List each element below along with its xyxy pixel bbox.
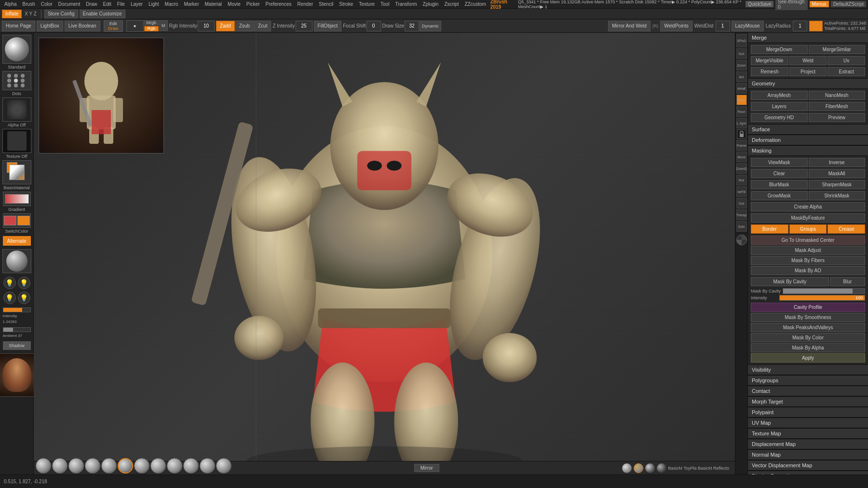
sharpen-mask-btn[interactable]: SharpenMask xyxy=(809,180,866,189)
normal-map-header[interactable]: Normal Map xyxy=(748,450,868,460)
weld-dist-val[interactable]: 1 xyxy=(716,21,730,31)
focal-val[interactable]: 0 xyxy=(366,21,381,31)
light-icon-1[interactable]: 💡 xyxy=(3,277,16,289)
actual-btn[interactable]: Act xyxy=(736,71,747,82)
merge-similar-btn[interactable]: MergeSimilar xyxy=(809,45,866,54)
light-icon-4[interactable]: 💡 xyxy=(18,292,30,304)
lightbox-btn[interactable]: LightBox xyxy=(37,21,63,31)
dynamic-btn[interactable]: Dynamic xyxy=(420,21,441,31)
enable-customize-btn[interactable]: Enable Customize xyxy=(80,10,125,18)
menu-item-draw[interactable]: Draw xyxy=(83,1,99,7)
gradient-item[interactable] xyxy=(3,192,31,206)
mat-sphere-2[interactable] xyxy=(634,463,643,473)
see-through-btn[interactable]: See-through 0 xyxy=(775,0,807,10)
shrink-mask-btn[interactable]: ShrinkMask xyxy=(809,191,866,200)
geometry-hd-btn[interactable]: Geometry HD xyxy=(751,113,808,122)
nano-mesh-btn[interactable]: NanoMesh xyxy=(809,91,866,100)
rgb-intensity-val[interactable]: 10 xyxy=(198,21,215,31)
texture-preview[interactable] xyxy=(2,129,31,153)
nav-wheel[interactable] xyxy=(736,235,747,245)
menus-btn[interactable]: Menus xyxy=(810,1,829,7)
mirror-btn[interactable]: Mirror xyxy=(414,464,439,472)
mask-all-btn[interactable]: MaskAll xyxy=(809,169,866,178)
preview-btn[interactable]: Preview xyxy=(809,113,866,122)
menu-item-document[interactable]: Document xyxy=(56,1,83,7)
draw-size-val[interactable]: 32 xyxy=(405,21,419,31)
lazy-mouse-btn[interactable]: LazyMouse xyxy=(732,21,764,31)
geometry-header[interactable]: Geometry xyxy=(748,79,868,89)
morph-target-header[interactable]: Morph Target xyxy=(748,397,868,407)
home-page-btn[interactable]: Home Page xyxy=(2,21,35,31)
m-btn[interactable]: M xyxy=(159,20,168,31)
menu-item-movie[interactable]: Movie xyxy=(225,1,243,7)
inverse-btn[interactable]: Inverse xyxy=(809,158,866,167)
mask-by-color-btn[interactable]: Mask By Color xyxy=(751,333,865,342)
zsub-btn[interactable]: Zsub xyxy=(235,21,254,31)
rgb-btn[interactable]: Rgb xyxy=(144,26,159,31)
shadow-btn[interactable]: Shadow xyxy=(3,341,31,350)
zcut-btn[interactable]: Zcut xyxy=(254,21,271,31)
mat-sphere-4[interactable] xyxy=(657,463,666,473)
uv-map-header[interactable]: UV Map xyxy=(748,418,868,428)
go-to-unmasked-btn[interactable]: Go To Unmasked Center xyxy=(751,236,865,245)
blur-cavity-btn[interactable]: Blur xyxy=(830,277,865,286)
alternate-btn[interactable]: Alternate xyxy=(3,236,31,246)
menu-item-zzcustom[interactable]: ZZcustom xyxy=(462,1,488,7)
contact-header[interactable]: Contact xyxy=(748,386,868,396)
lock-icon[interactable] xyxy=(737,129,746,139)
tool-move[interactable]: Move xyxy=(85,458,100,474)
spix3-btn[interactable]: SPix3 xyxy=(736,34,747,47)
menu-item-zscript[interactable]: Zscript xyxy=(442,1,461,7)
scroll-btn[interactable]: Scrl xyxy=(736,48,747,59)
tool-standa[interactable]: Standa xyxy=(36,458,51,474)
canvas-area[interactable]: Standa ClayTu Pinch Move hPolish xyxy=(34,33,735,474)
menu-item-transform[interactable]: Transform xyxy=(393,1,419,7)
ambient-slider[interactable] xyxy=(3,327,31,332)
alpha-preview[interactable] xyxy=(2,98,31,122)
menu-item-macro[interactable]: Macro xyxy=(163,1,181,7)
mask-peaks-valleys-btn[interactable]: Mask PeaksAndValleys xyxy=(751,323,865,332)
tool-claytu[interactable]: ClayTu xyxy=(52,458,68,474)
edit-draw-btn[interactable]: Edit Draw xyxy=(104,20,123,32)
zadd-btn[interactable]: Zadd xyxy=(216,21,235,31)
menu-item-preferences[interactable]: Preferences xyxy=(263,1,294,7)
menu-item-light[interactable]: Light xyxy=(146,1,162,7)
uv-btn[interactable]: Uv xyxy=(827,56,865,65)
mat-sphere-3[interactable] xyxy=(645,463,655,473)
mrgb-btn[interactable]: Mrgb xyxy=(144,20,159,26)
quick-save-btn[interactable]: QuickSave xyxy=(746,1,773,7)
menu-item-color[interactable]: Color xyxy=(39,1,55,7)
tool-inflat[interactable]: Inflat xyxy=(118,458,133,474)
light-icon-2[interactable]: 💡 xyxy=(18,277,30,289)
menu-item-marker[interactable]: Marker xyxy=(181,1,201,7)
transp-btn[interactable]: Transp xyxy=(736,209,747,220)
viewport[interactable] xyxy=(34,33,735,461)
menu-item-stroke[interactable]: Stroke xyxy=(337,1,355,7)
blur-mask-btn[interactable]: BlurMask xyxy=(751,180,808,189)
active-indicator[interactable] xyxy=(809,21,823,31)
menu-item-brush[interactable]: Brush xyxy=(20,1,38,7)
perp-btn[interactable]: Perp xyxy=(736,95,747,105)
menu-item-alpha[interactable]: Alpha xyxy=(2,1,19,7)
mirror-weld-btn[interactable]: Mirror And Weld xyxy=(608,21,651,31)
menu-item-file[interactable]: File xyxy=(115,1,127,7)
polygroups-header[interactable]: Polygroups xyxy=(748,376,868,386)
nefill-btn[interactable]: neFill xyxy=(736,186,747,197)
mat-sphere-1[interactable] xyxy=(622,463,632,473)
frame-btn[interactable]: Frame xyxy=(736,140,747,151)
cavity-intensity-slider[interactable] xyxy=(783,288,865,294)
z-intensity-val[interactable]: 25 xyxy=(296,21,312,31)
tool-zmodel[interactable]: ZModel xyxy=(150,458,166,474)
mask-adjust-btn[interactable]: Mask Adjust xyxy=(751,246,865,255)
extract-btn[interactable]: Extract xyxy=(827,67,865,76)
mask-by-alpha-btn[interactable]: Mask By Alpha xyxy=(751,343,865,352)
sphere-preview[interactable]: ● xyxy=(126,20,144,32)
menu-item-tool[interactable]: Tool xyxy=(378,1,392,7)
menu-item-zplugin[interactable]: Zplugin xyxy=(420,1,441,7)
menu-item-texture[interactable]: Texture xyxy=(356,1,377,7)
project-btn[interactable]: Project xyxy=(789,67,827,76)
store-config-btn[interactable]: Store Config xyxy=(44,10,78,18)
menu-item-stencil[interactable]: Stencil xyxy=(316,1,336,7)
mask-by-feature-btn[interactable]: MaskByFeature xyxy=(751,213,865,223)
floor-btn[interactable]: Floor xyxy=(736,106,747,117)
